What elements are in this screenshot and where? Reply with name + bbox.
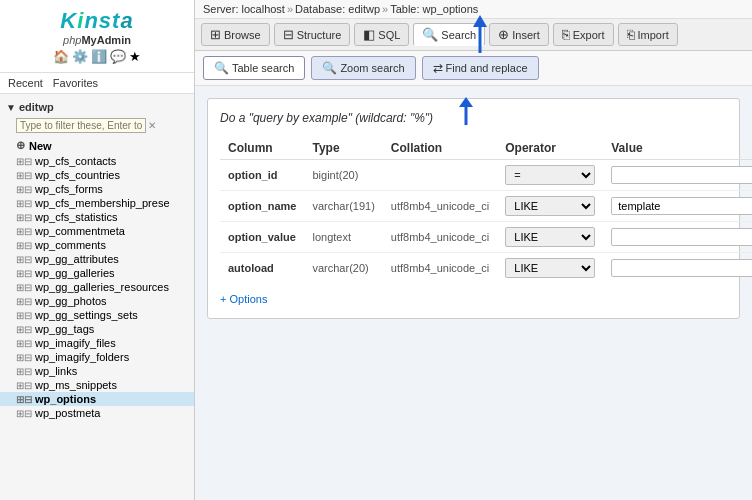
table-name: wp_gg_settings_sets: [35, 309, 138, 321]
table-icon: ⊞⊟: [16, 366, 32, 377]
zoom-search-icon: 🔍: [322, 61, 337, 75]
table-list-item[interactable]: ⊞⊟wp_options: [0, 392, 194, 406]
zoom-search-button[interactable]: 🔍 Zoom search: [311, 56, 415, 80]
browse-button[interactable]: ⊞ Browse: [201, 23, 270, 46]
table-list-item[interactable]: ⊞⊟wp_imagify_files: [0, 336, 194, 350]
table-name: wp_gg_galleries: [35, 267, 115, 279]
col-name: autoload: [220, 253, 304, 284]
table-list-item[interactable]: ⊞⊟wp_cfs_contacts: [0, 154, 194, 168]
col-header-collation: Collation: [383, 137, 497, 160]
table-name: wp_links: [35, 365, 77, 377]
sidebar: Kinsta phpMyAdmin 🏠 ⚙️ ℹ️ 💬 ★ Recent Fav…: [0, 0, 195, 500]
table-name: wp_cfs_statistics: [35, 211, 118, 223]
table-list-item[interactable]: ⊞⊟wp_commentmeta: [0, 224, 194, 238]
insert-button[interactable]: ⊕ Insert: [489, 23, 549, 46]
table-list-item[interactable]: ⊞⊟wp_cfs_forms: [0, 182, 194, 196]
table-search-button[interactable]: 🔍 Table search: [203, 56, 305, 80]
main-area: Server: localhost » Database: editwp » T…: [195, 0, 752, 500]
value-input[interactable]: [611, 197, 752, 215]
col-name: option_id: [220, 160, 304, 191]
table-icon: ⊞⊟: [16, 408, 32, 419]
table-icon: ⊞⊟: [16, 156, 32, 167]
col-operator[interactable]: =!=><>=<=LIKENOT LIKE: [497, 160, 603, 191]
bc-server: Server: localhost: [203, 3, 285, 15]
table-name: wp_gg_tags: [35, 323, 94, 335]
col-value[interactable]: [603, 160, 752, 191]
new-item[interactable]: ⊕ New: [0, 137, 194, 154]
db-label[interactable]: ▼ editwp: [0, 98, 194, 116]
structure-button[interactable]: ⊟ Structure: [274, 23, 351, 46]
insert-label: Insert: [512, 29, 540, 41]
col-operator[interactable]: LIKENOT LIKE=!=><REGEXP: [497, 253, 603, 284]
structure-label: Structure: [297, 29, 342, 41]
table-list-item[interactable]: ⊞⊟wp_cfs_membership_prese: [0, 196, 194, 210]
export-icon: ⎘: [562, 27, 570, 42]
col-value[interactable]: [603, 222, 752, 253]
table-name: wp_imagify_folders: [35, 351, 129, 363]
table-list-item[interactable]: ⊞⊟wp_postmeta: [0, 406, 194, 420]
table-name: wp_gg_galleries_resources: [35, 281, 169, 293]
table-list-item[interactable]: ⊞⊟wp_gg_galleries: [0, 266, 194, 280]
table-list-item[interactable]: ⊞⊟wp_cfs_statistics: [0, 210, 194, 224]
options-link[interactable]: + Options: [220, 293, 267, 305]
table-icon: ⊞⊟: [16, 310, 32, 321]
col-header-column: Column: [220, 137, 304, 160]
operator-select[interactable]: LIKENOT LIKE=!=><REGEXP: [505, 258, 595, 278]
structure-icon: ⊟: [283, 27, 294, 42]
table-name: wp_gg_photos: [35, 295, 107, 307]
table-list-item[interactable]: ⊞⊟wp_gg_galleries_resources: [0, 280, 194, 294]
svg-marker-1: [473, 15, 487, 27]
sql-button[interactable]: ◧ SQL: [354, 23, 409, 46]
sql-label: SQL: [378, 29, 400, 41]
operator-select[interactable]: LIKENOT LIKE=!=><REGEXP: [505, 227, 595, 247]
table-icon: ⊞⊟: [16, 296, 32, 307]
col-type: bigint(20): [304, 160, 382, 191]
col-operator[interactable]: LIKENOT LIKE=!=><REGEXP: [497, 191, 603, 222]
table-icon: ⊞⊟: [16, 170, 32, 181]
table-list-item[interactable]: ⊞⊟wp_cfs_countries: [0, 168, 194, 182]
favorites-link[interactable]: Favorites: [53, 77, 98, 89]
table-icon: ⊞⊟: [16, 282, 32, 293]
recent-link[interactable]: Recent: [8, 77, 43, 89]
col-collation: utf8mb4_unicode_ci: [383, 222, 497, 253]
content-area: Do a "query by example" (wildcard: "%") …: [195, 86, 752, 500]
browse-icon: ⊞: [210, 27, 221, 42]
table-row: option_name varchar(191) utf8mb4_unicode…: [220, 191, 752, 222]
table-name: wp_cfs_membership_prese: [35, 197, 170, 209]
col-value[interactable]: [603, 253, 752, 284]
export-button[interactable]: ⎘ Export: [553, 23, 614, 46]
col-value[interactable]: [603, 191, 752, 222]
table-list-item[interactable]: ⊞⊟wp_gg_attributes: [0, 252, 194, 266]
find-replace-button[interactable]: ⇄ Find and replace: [422, 56, 539, 80]
value-input[interactable]: [611, 166, 752, 184]
col-type: varchar(20): [304, 253, 382, 284]
table-list-item[interactable]: ⊞⊟wp_imagify_folders: [0, 350, 194, 364]
phpmyadmin-logo: phpMyAdmin: [8, 34, 186, 46]
value-input[interactable]: [611, 228, 752, 246]
arrow-to-search: [465, 15, 495, 55]
search-icon: 🔍: [422, 27, 438, 42]
value-input[interactable]: [611, 259, 752, 277]
import-button[interactable]: ⎗ Import: [618, 23, 678, 46]
table-name: wp_cfs_forms: [35, 183, 103, 195]
col-collation: utf8mb4_unicode_ci: [383, 253, 497, 284]
bc-table: Table: wp_options: [390, 3, 478, 15]
table-list-item[interactable]: ⊞⊟wp_gg_tags: [0, 322, 194, 336]
table-list-item[interactable]: ⊞⊟wp_ms_snippets: [0, 378, 194, 392]
operator-select[interactable]: LIKENOT LIKE=!=><REGEXP: [505, 196, 595, 216]
table-list-item[interactable]: ⊞⊟wp_comments: [0, 238, 194, 252]
col-operator[interactable]: LIKENOT LIKE=!=><REGEXP: [497, 222, 603, 253]
table-name: wp_postmeta: [35, 407, 100, 419]
table-list-item[interactable]: ⊞⊟wp_gg_photos: [0, 294, 194, 308]
filter-clear[interactable]: ✕: [148, 120, 156, 131]
table-list-item[interactable]: ⊞⊟wp_gg_settings_sets: [0, 308, 194, 322]
col-name: option_value: [220, 222, 304, 253]
logo-icons: 🏠 ⚙️ ℹ️ 💬 ★: [8, 49, 186, 64]
browse-label: Browse: [224, 29, 261, 41]
table-list-item[interactable]: ⊞⊟wp_links: [0, 364, 194, 378]
filter-input[interactable]: [16, 118, 146, 133]
col-header-type: Type: [304, 137, 382, 160]
operator-select[interactable]: =!=><>=<=LIKENOT LIKE: [505, 165, 595, 185]
table-name: wp_cfs_contacts: [35, 155, 116, 167]
db-tree: ▼ editwp ✕ ⊕ New ⊞⊟wp_cfs_contacts⊞⊟wp_c…: [0, 94, 194, 500]
